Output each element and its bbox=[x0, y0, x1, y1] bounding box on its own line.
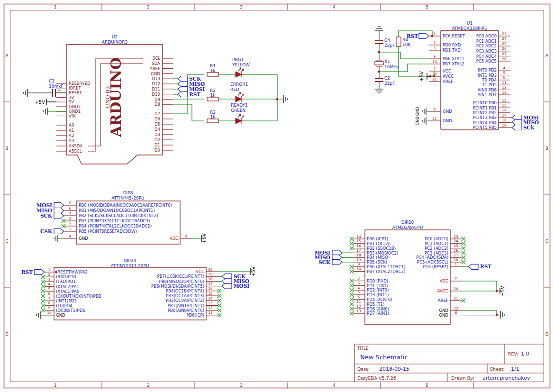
component-ref[interactable]: X1 bbox=[384, 59, 390, 64]
pin-name[interactable]: PC6 RESET bbox=[443, 34, 465, 38]
gnd-flag-label[interactable]: GND bbox=[416, 117, 420, 125]
component-ref[interactable]: R3 bbox=[210, 110, 216, 115]
component-value[interactable]: 22pF bbox=[384, 43, 395, 48]
pin-name[interactable]: A3 bbox=[69, 138, 74, 143]
pin-name[interactable]: GND bbox=[443, 109, 452, 114]
pin-name[interactable]: PD6(ICP) bbox=[186, 313, 204, 318]
netflag-label[interactable]: RST bbox=[480, 264, 491, 269]
pin-name[interactable]: (XTAL1)PA0 bbox=[56, 289, 79, 294]
pin-number[interactable]: 7 bbox=[48, 296, 51, 301]
pin-number[interactable]: 11 bbox=[502, 81, 507, 85]
pin-name[interactable]: AIN1 PD7 bbox=[478, 92, 497, 97]
pin-number[interactable]: 7 bbox=[434, 67, 436, 71]
pin-number[interactable]: 2 bbox=[69, 217, 72, 221]
pin-number[interactable]: 4 bbox=[358, 286, 360, 290]
pin-number[interactable]: 2 bbox=[358, 276, 360, 281]
pin-name[interactable]: AREF bbox=[438, 298, 448, 303]
netflag-label[interactable]: MOSI bbox=[234, 283, 249, 289]
pin-name[interactable]: A4SDA bbox=[69, 144, 82, 148]
pin-name[interactable]: PC2 (ADC2) bbox=[425, 246, 448, 251]
pin-name[interactable]: PB6 XTAL1 bbox=[443, 56, 464, 61]
pin-number[interactable]: 6 bbox=[69, 206, 72, 210]
pin-name[interactable]: PCINT0 PB0 bbox=[473, 100, 497, 105]
pin-name[interactable]: D10 bbox=[152, 92, 160, 97]
pin-name[interactable]: PCINT1 PB1 bbox=[473, 106, 497, 110]
pin-number[interactable]: 19 bbox=[208, 272, 213, 276]
pin-name[interactable]: GND bbox=[443, 119, 452, 123]
pin-number[interactable]: 9 bbox=[358, 262, 360, 266]
pin-number[interactable]: 14 bbox=[502, 99, 507, 103]
component-value[interactable]: 10mkF bbox=[49, 84, 64, 89]
pin-name[interactable]: (CKOUT/XCK/INT0)PD2 bbox=[56, 294, 101, 299]
v5-flag-label[interactable]: +5V bbox=[500, 286, 505, 296]
pin-name[interactable]: PB1 (OC1A) bbox=[367, 241, 391, 246]
netflag-label[interactable]: RST bbox=[189, 91, 200, 97]
component-value[interactable]: YELLOW bbox=[232, 63, 250, 67]
pin-number[interactable]: 14 bbox=[356, 235, 361, 239]
pin-name[interactable]: PC4 (ADC4SDA) bbox=[416, 255, 448, 260]
netflag-label[interactable]: SCK bbox=[318, 259, 331, 265]
pin-name[interactable]: PD1 (TXD) bbox=[367, 283, 388, 288]
netflag-label[interactable]: SCK bbox=[40, 213, 53, 219]
pin-name[interactable]: PCINT2 PB2 bbox=[473, 110, 497, 115]
pin-name[interactable]: A0 bbox=[69, 123, 74, 128]
pin-number[interactable]: 4 bbox=[48, 282, 51, 286]
sheet-value[interactable]: 1/1 bbox=[511, 366, 519, 372]
pin-number[interactable]: 11 bbox=[208, 310, 213, 315]
pin-name[interactable]: PB5 (SCK) bbox=[367, 260, 387, 264]
pin-number[interactable]: 13 bbox=[356, 309, 361, 313]
pin-name[interactable]: VCC bbox=[196, 269, 204, 274]
component-value[interactable]: ARDUINOR3 bbox=[102, 40, 127, 45]
pin-name[interactable]: RESERVED bbox=[69, 81, 91, 86]
component-value[interactable]: 22pF bbox=[384, 81, 395, 86]
schematic-title[interactable]: New Schematic bbox=[360, 354, 408, 361]
pin-number[interactable]: 28 bbox=[454, 258, 458, 262]
pin-name[interactable]: SDA bbox=[152, 61, 160, 66]
pin-number[interactable]: 17 bbox=[356, 248, 361, 253]
pin-number[interactable]: 2 bbox=[434, 41, 436, 45]
component-value[interactable]: 1k bbox=[210, 115, 216, 119]
pin-name[interactable]: T1 PD5 bbox=[481, 82, 497, 87]
pin-number[interactable]: 17 bbox=[502, 113, 507, 118]
pin-name[interactable]: 5V bbox=[69, 100, 74, 104]
pin-number[interactable]: 12 bbox=[502, 85, 507, 90]
pin-name[interactable]: PB2 (SSOC1B) bbox=[367, 246, 396, 251]
pin-number[interactable]: 8 bbox=[434, 107, 436, 111]
pin-name[interactable]: PC5 (ADC5SCL) bbox=[417, 260, 448, 264]
u1-portb-pins[interactable]: 14PCINT0 PB015PCINT1 PB116PCINT2 PB217PC… bbox=[473, 99, 510, 130]
pin-name[interactable]: PD0 RXD bbox=[443, 43, 461, 47]
pin-number[interactable]: 11 bbox=[356, 300, 361, 304]
pin-name[interactable]: PD2 (INT0) bbox=[367, 288, 389, 292]
pin-name[interactable]: PB3 (PCINT3XTAL1CLKIOC1BADC3) bbox=[79, 219, 150, 223]
schematic-canvas[interactable]: 1 2 3 4 5 1 2 3 4 5 A B C D A B C D U2 A… bbox=[0, 0, 554, 392]
component-ref[interactable]: DIP28 bbox=[401, 220, 414, 225]
component-value[interactable]: ATTINY2313-20PU bbox=[111, 264, 149, 268]
pin-number[interactable]: 18 bbox=[502, 118, 507, 122]
pin-name[interactable]: PCINT4 PB4 bbox=[473, 120, 497, 125]
pin-name[interactable]: D5 bbox=[154, 122, 160, 127]
pin-name[interactable]: D9 bbox=[154, 97, 160, 102]
pin-name[interactable]: PC6 (RESET) bbox=[423, 264, 448, 269]
netflag-label[interactable]: SCk bbox=[523, 125, 535, 130]
pin-number[interactable]: 21 bbox=[432, 77, 437, 82]
pin-name[interactable]: PD3 (INT1) bbox=[367, 292, 389, 297]
pin-name[interactable]: GND bbox=[439, 313, 448, 318]
pin-name[interactable]: INT1 PD3 bbox=[478, 73, 497, 78]
component-value[interactable]: ATTINY45-20PU bbox=[111, 196, 144, 201]
component-ref[interactable]: R1 bbox=[210, 64, 216, 68]
pin-number[interactable]: 15 bbox=[208, 292, 213, 296]
pin-name[interactable]: A2 bbox=[69, 133, 74, 138]
pin-name[interactable]: PD6 (AIN0) bbox=[367, 307, 389, 311]
pin-name[interactable]: VCC bbox=[170, 236, 178, 241]
pin-name[interactable]: PB7 (XTAL2TOSC2) bbox=[367, 269, 405, 274]
pin-number[interactable]: 24 bbox=[454, 239, 458, 243]
pin-number[interactable]: 27 bbox=[502, 52, 507, 56]
pin-number[interactable]: 4 bbox=[503, 66, 506, 70]
pin-name[interactable]: PB6 (XTAL1TOSC1) bbox=[367, 264, 405, 269]
pin-name[interactable]: PB4 (PCINT4XTAL2CLKOOC1BADC2) bbox=[79, 224, 152, 228]
pin-number[interactable]: 18 bbox=[208, 277, 213, 281]
v5-flag-label[interactable]: +5V bbox=[251, 266, 256, 277]
pin-name[interactable]: PB1(AIN1/PCINT1) bbox=[168, 303, 204, 308]
pin-number[interactable]: 8 bbox=[48, 301, 51, 305]
pin-name[interactable]: D2 bbox=[154, 137, 160, 142]
